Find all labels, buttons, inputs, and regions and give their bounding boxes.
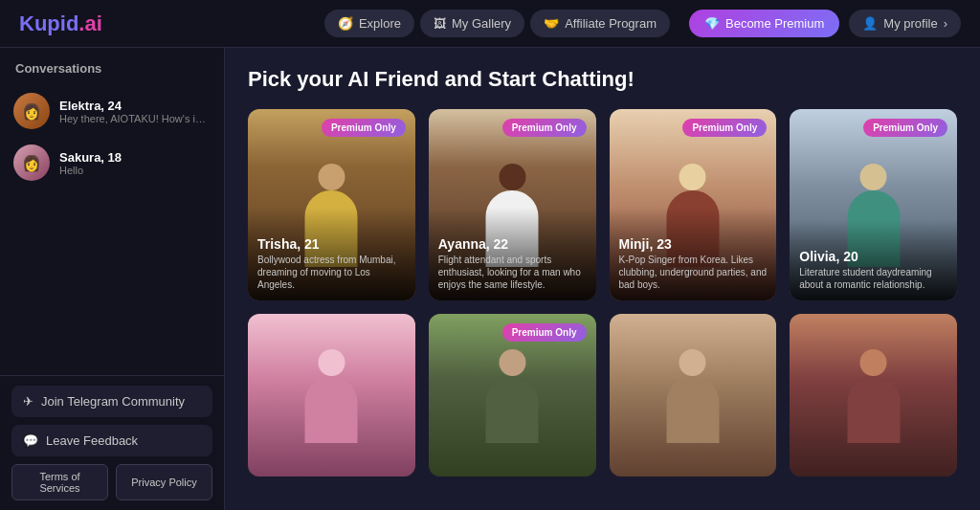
avatar-elektra: 👩 xyxy=(13,93,50,129)
join-telegram-label: Join Telegram Community xyxy=(41,394,185,409)
explore-button[interactable]: 🧭 Explore xyxy=(324,10,414,37)
head-ayanna xyxy=(499,164,525,190)
body-outdoor xyxy=(486,376,539,443)
conversation-item-elektra[interactable]: 👩 Elektra, 24 Hey there, AIOTAKU! How's … xyxy=(0,85,224,137)
become-premium-label: Become Premium xyxy=(725,16,824,31)
head-outdoor xyxy=(499,349,525,376)
telegram-icon: ✈ xyxy=(23,394,33,409)
card-name-minji: Minji, 23 xyxy=(619,236,768,252)
user-icon: 👤 xyxy=(862,16,878,31)
head-trisha xyxy=(318,164,345,190)
conv-info-sakura: Sakura, 18 Hello xyxy=(59,150,122,176)
card-overlay-ayanna: Ayanna, 22 Flight attendant and sports e… xyxy=(429,208,596,300)
card-bg-pink xyxy=(248,314,415,477)
logo-dotai: .ai xyxy=(78,11,101,35)
card-bg-redhead xyxy=(790,314,957,477)
conv-info-elektra: Elektra, 24 Hey there, AIOTAKU! How's it… xyxy=(59,99,208,124)
figure-pink xyxy=(305,349,358,443)
card-desc-minji: K-Pop Singer from Korea. Likes clubbing,… xyxy=(619,254,768,291)
body-pink xyxy=(305,376,358,443)
leave-feedback-label: Leave Feedback xyxy=(46,433,138,448)
head-pink xyxy=(318,349,345,376)
premium-badge-ayanna: Premium Only xyxy=(502,119,587,137)
card-overlay-trisha: Trisha, 21 Bollywood actress from Mumbai… xyxy=(248,208,415,300)
figure-outdoor xyxy=(486,349,539,443)
card-olivia[interactable]: Premium Only Olivia, 20 Literature stude… xyxy=(790,109,957,300)
card-overlay-olivia: Olivia, 20 Literature student daydreamin… xyxy=(790,220,957,300)
card-overlay-minji: Minji, 23 K-Pop Singer from Korea. Likes… xyxy=(610,208,777,300)
card-name-ayanna: Ayanna, 22 xyxy=(438,236,587,252)
premium-badge-trisha: Premium Only xyxy=(322,119,406,137)
my-gallery-label: My Gallery xyxy=(452,16,511,31)
become-premium-button[interactable]: 💎 Become Premium xyxy=(689,10,839,37)
card-library[interactable] xyxy=(610,314,777,477)
affiliate-button[interactable]: 🤝 Affiliate Program xyxy=(530,10,670,37)
logo: Kupid.ai xyxy=(19,11,102,36)
head-olivia xyxy=(860,164,887,190)
conversation-item-sakura[interactable]: 👩 Sakura, 18 Hello xyxy=(0,137,224,188)
affiliate-label: Affiliate Program xyxy=(565,16,657,31)
my-profile-label: My profile xyxy=(883,16,937,31)
premium-badge-outdoor: Premium Only xyxy=(502,323,587,342)
conv-preview-sakura: Hello xyxy=(59,165,122,176)
conversations-title: Conversations xyxy=(0,48,224,85)
premium-badge-olivia: Premium Only xyxy=(863,119,947,137)
card-desc-ayanna: Flight attendant and sports enthusiast, … xyxy=(438,254,587,291)
feedback-icon: 💬 xyxy=(23,433,38,448)
conv-name-sakura: Sakura, 18 xyxy=(59,150,122,165)
card-ayanna[interactable]: Premium Only Ayanna, 22 Flight attendant… xyxy=(429,109,596,300)
body-library xyxy=(666,376,719,443)
card-trisha[interactable]: Premium Only Trisha, 21 Bollywood actres… xyxy=(248,109,415,300)
card-desc-olivia: Literature student daydreaming about a r… xyxy=(799,266,947,291)
sidebar: Conversations 👩 Elektra, 24 Hey there, A… xyxy=(0,48,225,510)
cards-grid-row1: Premium Only Trisha, 21 Bollywood actres… xyxy=(248,109,957,300)
body-redhead xyxy=(847,376,900,443)
head-minji xyxy=(679,164,706,190)
sidebar-bottom: ✈ Join Telegram Community 💬 Leave Feedba… xyxy=(0,375,224,510)
my-gallery-button[interactable]: 🖼 My Gallery xyxy=(420,10,524,37)
compass-icon: 🧭 xyxy=(338,16,353,31)
logo-kupid: Kupid xyxy=(19,11,78,35)
leave-feedback-button[interactable]: 💬 Leave Feedback xyxy=(11,425,212,456)
header-right: 💎 Become Premium 👤 My profile › xyxy=(689,10,961,37)
privacy-button[interactable]: Privacy Policy xyxy=(116,464,212,500)
main-content: Pick your AI Friend and Start Chatting! … xyxy=(225,48,980,510)
cards-grid-row2: Premium Only xyxy=(248,314,957,477)
figure-redhead xyxy=(847,349,900,443)
terms-button[interactable]: Terms of Services xyxy=(11,464,108,500)
premium-badge-minji: Premium Only xyxy=(682,119,767,137)
conv-name-elektra: Elektra, 24 xyxy=(59,99,208,113)
main-nav: 🧭 Explore 🖼 My Gallery 🤝 Affiliate Progr… xyxy=(324,10,670,37)
card-desc-trisha: Bollywood actress from Mumbai, dreaming … xyxy=(257,254,406,291)
join-telegram-button[interactable]: ✈ Join Telegram Community xyxy=(11,386,212,417)
head-redhead xyxy=(860,349,887,376)
card-name-trisha: Trisha, 21 xyxy=(257,236,406,252)
diamond-icon: 💎 xyxy=(704,16,720,31)
card-pink[interactable] xyxy=(248,314,415,477)
my-profile-button[interactable]: 👤 My profile › xyxy=(849,10,961,37)
chevron-down-icon: › xyxy=(944,16,947,31)
header: Kupid.ai 🧭 Explore 🖼 My Gallery 🤝 Affili… xyxy=(0,0,980,48)
avatar-sakura: 👩 xyxy=(13,144,50,181)
figure-library xyxy=(666,349,719,443)
explore-label: Explore xyxy=(359,16,401,31)
page-title: Pick your AI Friend and Start Chatting! xyxy=(248,67,957,92)
card-outdoor[interactable]: Premium Only xyxy=(429,314,596,477)
card-redhead[interactable] xyxy=(790,314,957,477)
main-layout: Conversations 👩 Elektra, 24 Hey there, A… xyxy=(0,48,980,510)
head-library xyxy=(679,349,706,376)
affiliate-icon: 🤝 xyxy=(544,16,559,31)
card-name-olivia: Olivia, 20 xyxy=(799,249,947,264)
sidebar-footer-links: Terms of Services Privacy Policy xyxy=(11,464,212,500)
card-bg-library xyxy=(610,314,777,477)
card-minji[interactable]: Premium Only Minji, 23 K-Pop Singer from… xyxy=(610,109,777,300)
gallery-icon: 🖼 xyxy=(434,16,446,31)
conv-preview-elektra: Hey there, AIOTAKU! How's it goi... xyxy=(59,113,208,124)
